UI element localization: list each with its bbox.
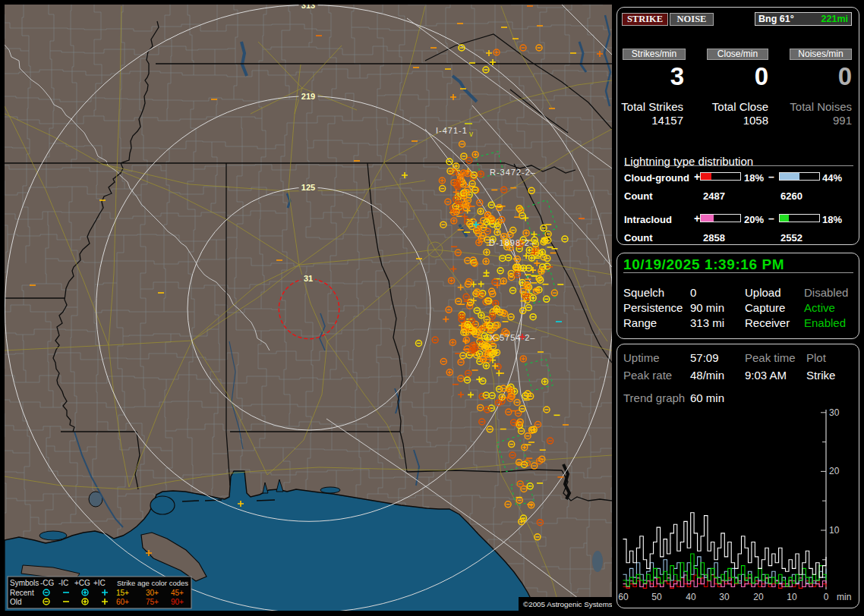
svg-text:-IC: -IC <box>58 579 68 587</box>
svg-text:min: min <box>837 592 851 602</box>
svg-text:90+: 90+ <box>171 598 184 606</box>
svg-text:10: 10 <box>787 592 797 602</box>
svg-text:313: 313 <box>301 5 315 10</box>
svg-text:D-1898-2–: D-1898-2– <box>489 238 535 247</box>
svg-text:15+: 15+ <box>116 589 129 597</box>
svg-text:60: 60 <box>618 592 629 602</box>
svg-text:Old: Old <box>10 598 22 606</box>
svg-text:31: 31 <box>304 274 313 283</box>
svg-text:125: 125 <box>301 183 315 192</box>
svg-text:v: v <box>469 130 473 138</box>
svg-text:X-5754-2–: X-5754-2– <box>490 333 535 342</box>
svg-text:30: 30 <box>829 407 840 418</box>
svg-text:©2005 Astrogenic Systems: ©2005 Astrogenic Systems <box>523 600 612 608</box>
svg-text:+IC: +IC <box>93 579 106 587</box>
svg-text:10: 10 <box>829 525 840 536</box>
svg-text:50: 50 <box>651 592 662 602</box>
svg-text:60+: 60+ <box>116 598 129 606</box>
svg-text:75+: 75+ <box>146 598 159 606</box>
svg-text:219: 219 <box>301 92 315 101</box>
svg-text:0: 0 <box>824 592 829 602</box>
svg-text:-CG: -CG <box>40 579 55 587</box>
svg-text:Symbols: Symbols <box>10 579 39 587</box>
svg-text:45+: 45+ <box>171 589 184 597</box>
svg-text:Strike age color codes: Strike age color codes <box>117 579 188 587</box>
svg-text:30+: 30+ <box>146 589 159 597</box>
svg-text:+CG: +CG <box>74 579 90 587</box>
svg-text:20: 20 <box>753 592 764 602</box>
svg-text:R-3472-2–: R-3472-2– <box>490 168 536 177</box>
svg-text:I-471-1: I-471-1 <box>436 126 468 135</box>
svg-text:20: 20 <box>829 466 840 476</box>
svg-text:40: 40 <box>686 592 696 602</box>
svg-text:30: 30 <box>719 592 730 602</box>
svg-text:Recent: Recent <box>10 589 34 597</box>
